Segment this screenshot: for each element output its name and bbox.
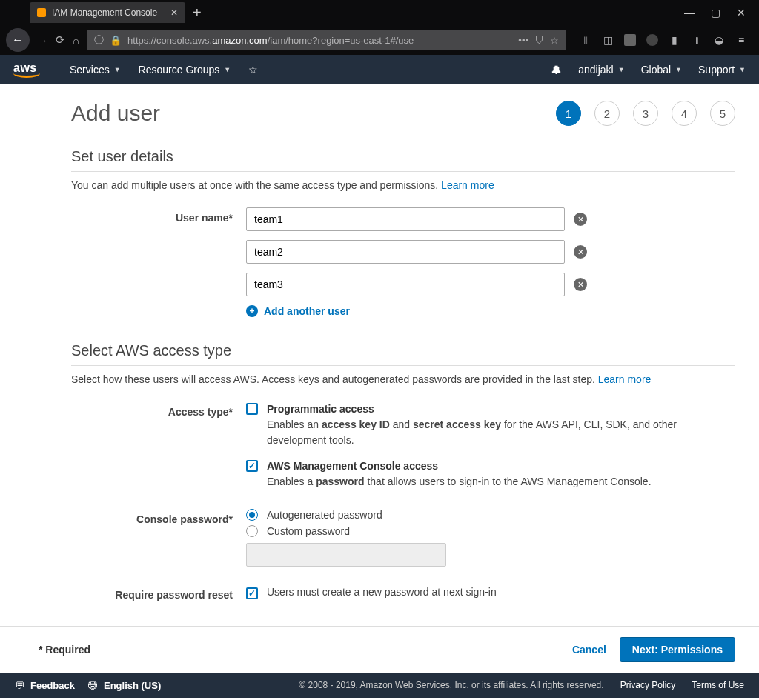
close-tab-icon[interactable]: ✕: [170, 7, 178, 18]
chevron-down-icon: ▼: [618, 66, 625, 73]
step-2: 2: [594, 101, 620, 126]
step-5: 5: [710, 101, 735, 126]
privacy-link[interactable]: Privacy Policy: [620, 680, 676, 690]
programmatic-access-desc: Enables an access key ID and secret acce…: [267, 417, 735, 448]
console-access-checkbox[interactable]: [246, 460, 258, 472]
nav-resource-groups[interactable]: Resource Groups▼: [139, 64, 231, 76]
lock-icon: 🔒: [110, 35, 122, 46]
console-access-desc: Enables a password that allows users to …: [267, 474, 652, 490]
chevron-down-icon: ▼: [675, 66, 682, 73]
console-access-title: AWS Management Console access: [267, 459, 652, 474]
nav-region[interactable]: Global▼: [641, 64, 682, 76]
extension-icon-3[interactable]: ▮: [669, 34, 680, 46]
section-access-heading: Select AWS access type: [71, 342, 735, 359]
autogen-password-radio[interactable]: [246, 509, 258, 521]
cancel-button[interactable]: Cancel: [572, 644, 606, 656]
feedback-link[interactable]: 💬︎Feedback: [15, 680, 75, 691]
step-1[interactable]: 1: [556, 101, 581, 126]
reader-icon[interactable]: ⛉: [534, 35, 544, 46]
url-pre: https://console.aws.: [127, 35, 212, 46]
aws-logo[interactable]: aws: [13, 61, 40, 78]
pin-icon[interactable]: ☆: [248, 64, 258, 76]
programmatic-access-checkbox[interactable]: [246, 403, 258, 415]
url-domain: amazon.com: [212, 35, 267, 46]
access-type-label: Access type*: [71, 401, 246, 418]
language-selector[interactable]: 🌐︎English (US): [88, 680, 161, 691]
chevron-down-icon: ▼: [224, 66, 231, 73]
section-user-details-heading: Set user details: [71, 148, 735, 165]
new-tab-button[interactable]: +: [193, 5, 202, 20]
extension-icon-4[interactable]: ⫿: [691, 34, 703, 46]
plus-circle-icon: +: [246, 305, 258, 317]
add-another-user-link[interactable]: + Add another user: [246, 305, 735, 317]
console-password-label: Console password*: [71, 509, 246, 525]
username-input-2[interactable]: [246, 240, 565, 264]
wizard-steps: 1 2 3 4 5: [556, 101, 735, 126]
forward-button[interactable]: →: [37, 34, 48, 47]
menu-icon[interactable]: ≡: [735, 34, 747, 46]
required-note: * * RequiredRequired: [39, 644, 90, 656]
window-maximize-icon[interactable]: ▢: [711, 7, 720, 18]
custom-password-label: Custom password: [267, 525, 350, 537]
page-title: Add user: [71, 101, 160, 126]
remove-user-icon[interactable]: ✕: [574, 213, 587, 226]
chevron-down-icon: ▼: [739, 66, 746, 73]
next-permissions-button[interactable]: Next: Permissions: [620, 637, 735, 662]
bookmark-star-icon[interactable]: ☆: [550, 35, 559, 46]
window-minimize-icon[interactable]: —: [684, 7, 695, 18]
account-icon[interactable]: ◒: [713, 34, 725, 46]
learn-more-link[interactable]: Learn more: [441, 179, 494, 191]
more-url-icon[interactable]: •••: [518, 35, 528, 46]
globe-icon: 🌐︎: [88, 680, 98, 691]
require-reset-label: Require password reset: [71, 584, 246, 601]
nav-services[interactable]: Services▼: [70, 64, 121, 76]
username-input-1[interactable]: [246, 207, 565, 231]
custom-password-input: [246, 543, 446, 567]
chevron-down-icon: ▼: [114, 66, 121, 73]
copyright-text: © 2008 - 2019, Amazon Web Services, Inc.…: [299, 680, 603, 690]
url-bar[interactable]: ⓘ 🔒 https://console.aws.amazon.com/iam/h…: [87, 30, 566, 50]
library-icon[interactable]: ⫴: [580, 34, 591, 46]
remove-user-icon[interactable]: ✕: [574, 245, 587, 259]
step-3: 3: [633, 101, 658, 126]
bell-icon[interactable]: 🔔︎: [551, 64, 562, 76]
learn-more-link[interactable]: Learn more: [598, 373, 652, 385]
extension-icon-1[interactable]: [624, 34, 636, 46]
browser-tab[interactable]: IAM Management Console ✕: [30, 2, 185, 23]
window-close-icon[interactable]: ✕: [737, 7, 746, 18]
username-label: User name*: [71, 207, 246, 224]
username-input-3[interactable]: [246, 273, 565, 296]
url-post: /iam/home?region=us-east-1#/use: [268, 35, 414, 46]
site-info-icon[interactable]: ⓘ: [94, 33, 104, 47]
custom-password-radio[interactable]: [246, 525, 258, 537]
tab-title: IAM Management Console: [52, 7, 157, 18]
require-reset-checkbox[interactable]: [246, 587, 258, 599]
home-button[interactable]: ⌂: [73, 34, 79, 47]
autogen-password-label: Autogenerated password: [267, 509, 382, 521]
nav-support[interactable]: Support▼: [698, 64, 746, 76]
speech-bubble-icon: 💬︎: [15, 680, 24, 691]
extension-icon-2[interactable]: [646, 34, 658, 46]
remove-user-icon[interactable]: ✕: [574, 278, 587, 291]
aws-top-nav: aws Services▼ Resource Groups▼ ☆ 🔔︎ andi…: [0, 55, 759, 84]
nav-user[interactable]: andijakl▼: [578, 64, 624, 76]
section-user-details-desc: You can add multiple users at once with …: [71, 179, 735, 191]
terms-link[interactable]: Terms of Use: [692, 680, 744, 690]
section-access-desc: Select how these users will access AWS. …: [71, 373, 735, 385]
step-4: 4: [672, 101, 697, 126]
require-reset-text: Users must create a new password at next…: [267, 584, 497, 600]
divider: [71, 171, 735, 172]
favicon: [37, 8, 46, 17]
divider: [71, 365, 735, 366]
back-button[interactable]: ←: [6, 28, 30, 52]
reload-button[interactable]: ⟳: [56, 33, 65, 47]
programmatic-access-title: Programmatic access: [267, 401, 735, 417]
sidebar-icon[interactable]: ◫: [602, 34, 614, 46]
